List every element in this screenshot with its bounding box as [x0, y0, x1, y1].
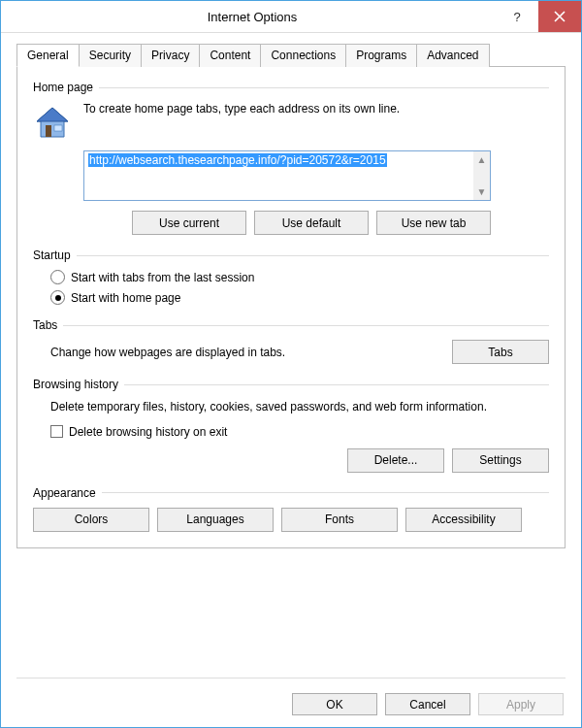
history-label: Browsing history — [33, 378, 118, 391]
window-title: Internet Options — [9, 10, 496, 24]
radio-icon — [50, 270, 65, 284]
divider — [102, 492, 549, 493]
close-button[interactable] — [538, 1, 581, 32]
startup-opt2-label: Start with home page — [71, 291, 180, 305]
history-desc: Delete temporary files, history, cookies… — [50, 399, 549, 415]
settings-button[interactable]: Settings — [452, 448, 549, 473]
startup-radio-home[interactable]: Start with home page — [50, 290, 549, 305]
cancel-button[interactable]: Cancel — [385, 693, 470, 715]
history-buttons: Delete... Settings — [33, 448, 549, 473]
history-checkbox-label: Delete browsing history on exit — [69, 425, 227, 439]
homepage-url-input[interactable]: http://websearch.thesearchpage.info/?pid… — [83, 150, 491, 201]
use-default-button[interactable]: Use default — [254, 211, 369, 235]
tab-programs[interactable]: Programs — [345, 44, 417, 67]
dialog-button-row: OK Cancel Apply — [292, 693, 564, 715]
history-section: Browsing history Delete temporary files,… — [33, 378, 549, 473]
scroll-down-icon[interactable]: ▼ — [473, 183, 490, 200]
divider — [99, 87, 549, 88]
window-controls: ? — [496, 1, 581, 32]
homepage-desc: To create home page tabs, type each addr… — [83, 102, 549, 116]
appearance-label: Appearance — [33, 486, 96, 500]
languages-button[interactable]: Languages — [157, 508, 274, 532]
startup-group-header: Startup — [33, 248, 549, 262]
divider — [16, 678, 566, 678]
scroll-up-icon[interactable]: ▲ — [473, 151, 490, 168]
tabs-section: Tabs Change how webpages are displayed i… — [33, 318, 549, 364]
history-group-header: Browsing history — [33, 378, 549, 391]
content-area: General Security Privacy Content Connect… — [1, 33, 581, 548]
tab-connections[interactable]: Connections — [260, 44, 346, 67]
svg-rect-2 — [46, 125, 51, 137]
tab-advanced[interactable]: Advanced — [416, 44, 489, 67]
tabs-group-header: Tabs — [33, 318, 549, 332]
homepage-url-wrap: http://websearch.thesearchpage.info/?pid… — [83, 150, 549, 201]
tabs-desc: Change how webpages are displayed in tab… — [50, 346, 440, 359]
general-panel: Home page To create home page tabs, type… — [16, 67, 566, 548]
homepage-buttons: Use current Use default Use new tab — [83, 211, 491, 235]
use-newtab-button[interactable]: Use new tab — [376, 211, 491, 235]
appearance-group-header: Appearance — [33, 486, 549, 500]
colors-button[interactable]: Colors — [33, 508, 149, 532]
delete-button[interactable]: Delete... — [347, 448, 444, 473]
tabs-button[interactable]: Tabs — [452, 340, 549, 364]
svg-rect-3 — [54, 125, 62, 131]
checkbox-icon — [50, 425, 63, 438]
help-button[interactable]: ? — [496, 1, 538, 32]
radio-icon — [50, 290, 65, 305]
tab-security[interactable]: Security — [79, 44, 142, 67]
dialog-window: Internet Options ? General Security Priv… — [0, 0, 582, 728]
titlebar: Internet Options ? — [1, 1, 581, 33]
appearance-buttons: Colors Languages Fonts Accessibility — [33, 508, 549, 532]
fonts-button[interactable]: Fonts — [281, 508, 398, 532]
apply-button[interactable]: Apply — [478, 693, 564, 715]
tabs-row: Change how webpages are displayed in tab… — [50, 340, 549, 364]
ok-button[interactable]: OK — [292, 693, 377, 715]
startup-section: Startup Start with tabs from the last se… — [33, 248, 549, 305]
svg-marker-1 — [37, 108, 68, 121]
startup-label: Startup — [33, 248, 71, 262]
close-icon — [554, 11, 566, 22]
accessibility-button[interactable]: Accessibility — [405, 508, 522, 532]
url-scrollbar[interactable]: ▲ ▼ — [473, 151, 490, 200]
startup-opt1-label: Start with tabs from the last session — [71, 271, 254, 284]
tabstrip: General Security Privacy Content Connect… — [16, 43, 566, 67]
appearance-section: Appearance Colors Languages Fonts Access… — [33, 486, 549, 532]
homepage-label: Home page — [33, 81, 93, 94]
divider — [63, 325, 549, 326]
divider — [77, 255, 549, 256]
homepage-row: To create home page tabs, type each addr… — [33, 102, 549, 143]
homepage-url-text: http://websearch.thesearchpage.info/?pid… — [88, 153, 387, 167]
tab-content[interactable]: Content — [199, 44, 261, 67]
tab-privacy[interactable]: Privacy — [141, 44, 200, 67]
tab-general[interactable]: General — [16, 44, 80, 67]
use-current-button[interactable]: Use current — [132, 211, 246, 235]
startup-radio-last[interactable]: Start with tabs from the last session — [50, 270, 549, 284]
house-icon — [33, 104, 72, 143]
tabs-label: Tabs — [33, 318, 57, 332]
divider — [124, 384, 549, 385]
history-delete-on-exit[interactable]: Delete browsing history on exit — [50, 425, 549, 439]
homepage-group-header: Home page — [33, 81, 549, 94]
